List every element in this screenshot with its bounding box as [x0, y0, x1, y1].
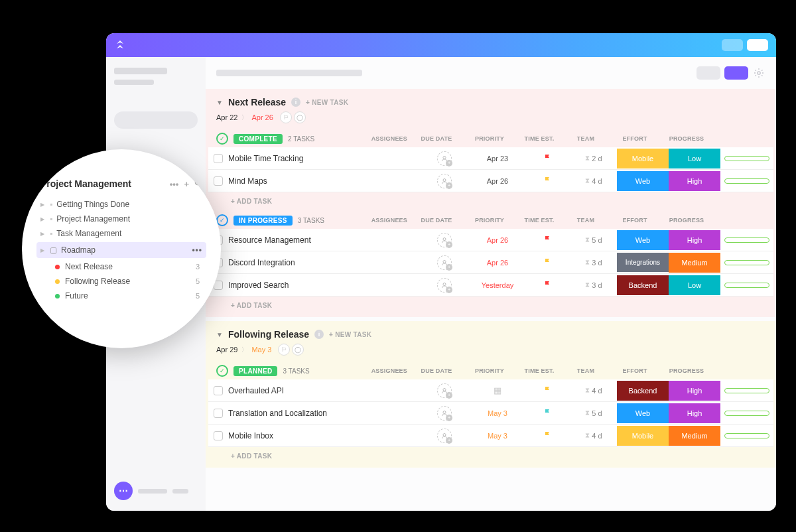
team-tag[interactable]: Backend: [617, 275, 669, 295]
task-row[interactable]: Translation and Localization May 3 ⧗5 d …: [208, 402, 773, 425]
due-date-cell[interactable]: ▦: [471, 385, 524, 395]
status-circle-icon[interactable]: ✓: [216, 133, 228, 145]
time-est-cell[interactable]: ⧗4 d: [570, 177, 617, 185]
window-maximize-button[interactable]: [747, 39, 768, 51]
progress-cell[interactable]: [720, 237, 773, 243]
task-name[interactable]: Mobile Time Tracking: [226, 149, 418, 168]
task-row[interactable]: Mobile Inbox May 3 ⧗4 d Mobile Medium: [208, 425, 773, 447]
task-name[interactable]: Mind Maps: [226, 171, 418, 191]
priority-cell[interactable]: [524, 386, 570, 395]
task-checkbox[interactable]: [214, 386, 223, 395]
assignee-cell[interactable]: [418, 429, 471, 443]
effort-tag[interactable]: High: [669, 403, 720, 423]
task-row[interactable]: Overhauled API ▦ ⧗4 d Backend High: [208, 379, 773, 402]
more-icon[interactable]: •••: [192, 245, 202, 255]
assignee-cell[interactable]: [418, 174, 471, 188]
avatar-placeholder-icon[interactable]: [437, 429, 452, 443]
priority-cell[interactable]: [524, 176, 570, 186]
status-circle-icon[interactable]: ✓: [216, 365, 228, 377]
task-row[interactable]: Mobile Time Tracking Apr 23 ⧗2 d Mobile …: [208, 147, 773, 170]
time-est-cell[interactable]: ⧗2 d: [570, 155, 617, 163]
due-date-cell[interactable]: Apr 26: [471, 236, 524, 244]
search-input[interactable]: [114, 111, 198, 129]
avatar-placeholder-icon[interactable]: [437, 233, 452, 247]
task-name[interactable]: Improved Search: [226, 275, 418, 295]
due-date-cell[interactable]: Apr 23: [471, 155, 524, 163]
tree-item[interactable]: ▶▪Getting Things Done: [40, 197, 202, 212]
priority-cell[interactable]: [524, 409, 570, 418]
new-task-button[interactable]: + NEW TASK: [306, 99, 348, 106]
collapse-caret-icon[interactable]: ▼: [216, 99, 223, 106]
avatar-placeholder-icon[interactable]: [437, 383, 452, 398]
effort-tag[interactable]: High: [669, 230, 720, 250]
progress-cell[interactable]: [720, 260, 773, 265]
status-badge[interactable]: PLANNED: [233, 366, 277, 376]
task-row[interactable]: Improved Search Yesterday ⧗3 d Backend L…: [208, 274, 773, 297]
view-toggle-active[interactable]: [724, 66, 748, 80]
priority-cell[interactable]: [524, 281, 570, 290]
task-checkbox[interactable]: [214, 431, 223, 440]
task-checkbox[interactable]: [214, 154, 223, 163]
progress-cell[interactable]: [720, 411, 773, 416]
progress-cell[interactable]: [720, 283, 773, 288]
time-est-cell[interactable]: ⧗3 d: [570, 259, 617, 267]
assignee-cell[interactable]: [418, 383, 471, 398]
assignee-cell[interactable]: [418, 406, 471, 421]
task-row[interactable]: Mind Maps Apr 26 ⧗4 d Web High: [208, 170, 773, 192]
collapse-caret-icon[interactable]: ▼: [216, 331, 223, 338]
progress-cell[interactable]: [720, 156, 773, 161]
priority-cell[interactable]: [524, 235, 570, 245]
progress-cell[interactable]: [720, 433, 773, 438]
assignee-cell[interactable]: [418, 278, 471, 293]
effort-tag[interactable]: Low: [669, 149, 720, 168]
time-est-cell[interactable]: ⧗4 d: [570, 387, 617, 395]
avatar-placeholder-icon[interactable]: [437, 174, 452, 188]
more-icon[interactable]: •••: [170, 179, 179, 189]
effort-tag[interactable]: Medium: [669, 253, 720, 273]
flag-toggle-icon[interactable]: ⚐: [278, 344, 290, 356]
task-row[interactable]: Resource Management Apr 26 ⧗5 d Web High: [208, 229, 773, 251]
effort-tag[interactable]: Low: [669, 275, 720, 295]
time-est-cell[interactable]: ⧗5 d: [570, 236, 617, 244]
due-date-cell[interactable]: May 3: [471, 432, 524, 440]
view-toggle[interactable]: [696, 66, 720, 80]
status-badge[interactable]: COMPLETE: [233, 134, 283, 144]
assignee-cell[interactable]: [418, 151, 471, 166]
tree-item[interactable]: ▶▢Roadmap•••: [36, 242, 206, 258]
tree-item[interactable]: ▶▪Task Management: [40, 226, 202, 241]
priority-cell[interactable]: [524, 258, 570, 267]
assignee-cell[interactable]: [418, 255, 471, 270]
time-est-cell[interactable]: ⧗5 d: [570, 409, 617, 417]
team-tag[interactable]: Backend: [617, 381, 669, 401]
tree-subitem[interactable]: Future5: [55, 289, 202, 303]
status-badge[interactable]: IN PROGRESS: [233, 216, 293, 226]
task-name[interactable]: Resource Management: [226, 230, 418, 250]
time-est-cell[interactable]: ⧗4 d: [570, 432, 617, 440]
avatar-toggle-icon[interactable]: ◯: [292, 344, 304, 356]
task-name[interactable]: Discord Integration: [226, 253, 418, 273]
add-task-button[interactable]: + ADD TASK: [206, 192, 776, 210]
team-tag[interactable]: Mobile: [617, 426, 669, 446]
avatar-toggle-icon[interactable]: ◯: [294, 111, 306, 123]
avatar-placeholder-icon[interactable]: [437, 151, 452, 166]
team-tag[interactable]: Integrations: [617, 253, 669, 272]
effort-tag[interactable]: High: [669, 171, 720, 191]
add-icon[interactable]: +: [184, 179, 189, 189]
progress-cell[interactable]: [720, 178, 773, 184]
due-date-cell[interactable]: Apr 26: [471, 259, 524, 267]
avatar-placeholder-icon[interactable]: [437, 278, 452, 293]
due-date-cell[interactable]: May 3: [471, 409, 524, 417]
chat-button[interactable]: ⋯: [114, 482, 198, 500]
task-name[interactable]: Mobile Inbox: [226, 426, 418, 446]
calendar-icon[interactable]: ▦: [494, 385, 501, 395]
effort-tag[interactable]: High: [669, 381, 720, 401]
task-row[interactable]: Discord Integration Apr 26 ⧗3 d Integrat…: [208, 251, 773, 274]
assignee-cell[interactable]: [418, 233, 471, 247]
priority-cell[interactable]: [524, 154, 570, 163]
progress-cell[interactable]: [720, 388, 773, 393]
task-checkbox[interactable]: [214, 176, 223, 186]
team-tag[interactable]: Mobile: [617, 149, 669, 168]
settings-icon[interactable]: [752, 66, 765, 80]
tree-subitem[interactable]: Next Release3: [55, 259, 202, 274]
team-tag[interactable]: Web: [617, 230, 669, 250]
